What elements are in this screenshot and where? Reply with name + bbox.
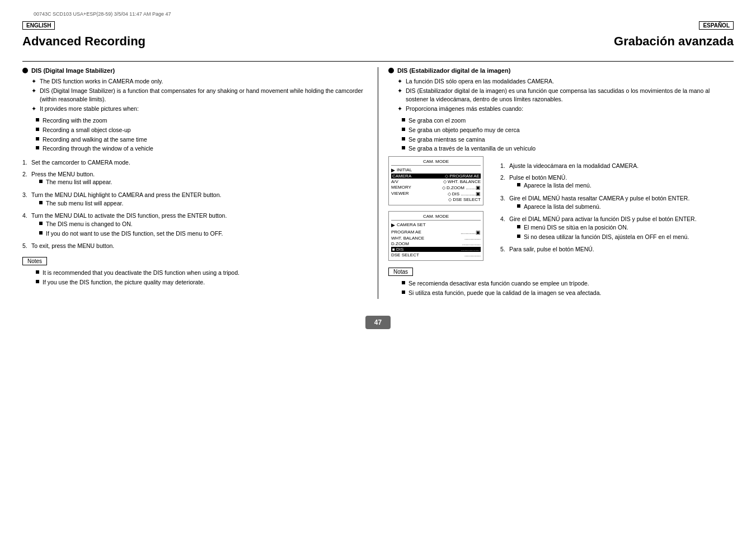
- stable-text: Se graba con el zoom: [408, 116, 466, 125]
- spanish-label: ESPAÑOL: [699, 21, 734, 30]
- cross-icon: ✦: [397, 105, 402, 113]
- diagram-row: D.ZOOM ...............: [391, 241, 481, 246]
- step-sub-item: Aparece la lista del submenú.: [517, 203, 734, 211]
- diagram-1-title: CAM. MODE: [391, 159, 481, 166]
- sub-text: If you do not want to use the DIS functi…: [46, 229, 223, 238]
- square-bullet-icon: [402, 291, 405, 294]
- step-sub-list: Aparece la lista del submenú.: [517, 203, 734, 211]
- diagram-row: VIEWER ◇ DIS ............▣: [391, 191, 481, 196]
- diagram-row: ■ DIS ...............: [391, 247, 481, 252]
- row-label: INITIAL: [397, 167, 412, 172]
- step-text: Gire el DIAL MENÚ hasta resaltar CAMERA …: [509, 194, 734, 203]
- row-label: MEMORY: [391, 185, 411, 190]
- step-1: 1. Set the camcorder to CAMERA mode.: [22, 158, 368, 167]
- square-bullet-icon: [39, 222, 43, 225]
- stable-item: Se graba con el zoom: [402, 116, 734, 125]
- note-item: Si utiliza esta función, puede que la ca…: [402, 289, 734, 297]
- row-value: ◇ WHT. BALANCE: [443, 179, 481, 184]
- english-column: DIS (Digital Image Stabilizer) ✦ The DIS…: [22, 67, 378, 299]
- row-label: CAMERA: [392, 174, 411, 179]
- square-bullet-icon: [517, 235, 520, 238]
- step-2: 2. Pulse el botón MENÚ. Aparece la lista…: [500, 174, 734, 191]
- stable-text: Se graba a través de la ventanilla de un…: [408, 144, 536, 153]
- indicator-icon: ▶: [391, 222, 395, 228]
- sub-text: The DIS menu is changed to ON.: [46, 220, 133, 228]
- step-4: 4. Gire el DIAL MENÚ para activar la fun…: [500, 215, 734, 242]
- row-label: ■ DIS: [392, 247, 403, 252]
- list-item: ✦ DIS (Estabilizador digital de la image…: [397, 87, 734, 103]
- stable-item: Recording a small object close-up: [36, 126, 368, 134]
- row-value: .............: [464, 252, 481, 257]
- note-text: Se recomienda desactivar esta función cu…: [408, 279, 589, 288]
- row-label: A/V: [391, 179, 398, 184]
- row-value: ◇ DSE SELECT: [448, 197, 481, 202]
- stable-text: Recording and walking at the same time: [43, 135, 147, 144]
- cross-icon: ✦: [31, 77, 36, 86]
- page-container: 00743C SCD103 USA+ESP(28-59) 3/5/04 11:4…: [0, 0, 756, 534]
- step-num: 3.: [22, 191, 31, 208]
- stable-item: Se graba mientras se camina: [402, 135, 734, 144]
- spanish-steps-column: 1. Ajuste la videocámara en la modalidad…: [500, 156, 734, 261]
- step-content: Press the MENU button. The menu list wil…: [31, 170, 368, 188]
- square-bullet-icon: [517, 183, 520, 186]
- page-number-container: 47: [22, 316, 734, 329]
- spanish-steps: 1. Ajuste la videocámara en la modalidad…: [500, 162, 734, 254]
- english-label: ENGLISH: [22, 21, 55, 30]
- row-label: VIEWER: [391, 191, 409, 196]
- square-bullet-icon: [517, 204, 520, 208]
- english-dis-list: ✦ The DIS function works in CAMERA mode …: [31, 77, 368, 113]
- step-sub-list: The DIS menu is changed to ON. If you do…: [39, 220, 368, 237]
- dis-item-text: La función DIS sólo opera en las modalid…: [406, 77, 554, 86]
- step-content: Gire el DIAL MENÚ para activar la funció…: [509, 215, 734, 242]
- step-sub-list: Aparece la lista del menú.: [517, 181, 734, 190]
- note-item: If you use the DIS function, the picture…: [36, 278, 368, 287]
- diagram-2-title: CAM. MODE: [391, 214, 481, 221]
- diagram-row: A/V ◇ WHT. BALANCE: [391, 179, 481, 184]
- step-text: To exit, press the MENU button.: [31, 242, 368, 250]
- step-sub-item: Si no desea utilizar la función DIS, ajú…: [517, 233, 734, 241]
- spanish-stable-list: Se graba con el zoom Se graba un objeto …: [402, 116, 734, 153]
- cross-icon: ✦: [31, 87, 36, 95]
- title-row: Advanced Recording Grabación avanzada: [22, 34, 734, 55]
- cross-icon: ✦: [397, 87, 402, 95]
- square-bullet-icon: [402, 128, 405, 131]
- list-item: ✦ It provides more stable pictures when:: [31, 105, 368, 113]
- row-label: PROGRAM AE: [391, 229, 421, 235]
- english-dis-heading: DIS (Digital Image Stabilizer): [22, 67, 368, 74]
- sub-text: The menu list will appear.: [46, 178, 112, 186]
- step-num: 5.: [500, 245, 509, 254]
- diagram-row: DSE SELECT .............: [391, 252, 481, 257]
- step-num: 4.: [500, 215, 509, 242]
- bullet-icon: [388, 68, 394, 73]
- step-sub-list: The sub menu list will appear.: [39, 199, 368, 208]
- dis-item-text: DIS (Estabilizador digital de la imagen)…: [406, 87, 734, 103]
- cross-icon: ✦: [31, 105, 36, 113]
- row-value: ...............: [462, 241, 481, 246]
- step-content: Turn the MENU DIAL to activate the DIS f…: [31, 212, 368, 238]
- row-label: D.ZOOM: [391, 241, 409, 246]
- block-icon: ▣: [476, 229, 481, 235]
- stable-item: Recording through the window of a vehicl…: [36, 144, 368, 153]
- row-value: ◇ DIS ............▣: [448, 191, 481, 196]
- steps-diagram-area: CAM. MODE ▶ INITIAL CAMERA ◇ PROGRAM AE …: [388, 156, 734, 261]
- spanish-notes-label: Notas: [388, 268, 413, 276]
- step-3: 3. Gire el DIAL MENÚ hasta resaltar CAME…: [500, 194, 734, 212]
- english-dis-title: DIS (Digital Image Stabilizer): [31, 67, 115, 74]
- dis-item-text: DIS (Digital Image Stabilizer) is a func…: [40, 87, 368, 103]
- spanish-dis-title: DIS (Estabilizador digital de la imagen): [397, 67, 510, 74]
- row-value: ◇ D.ZOOM ........▣: [442, 185, 481, 190]
- spanish-title: Grabación avanzada: [614, 34, 734, 49]
- english-notes-section: Notes It is recommended that you deactiv…: [22, 257, 368, 286]
- step-sub-item: The sub menu list will appear.: [39, 199, 368, 208]
- file-info: 00743C SCD103 USA+ESP(28-59) 3/5/04 11:4…: [22, 11, 734, 17]
- square-bullet-icon: [36, 270, 39, 274]
- diagram-row: WHT. BALANCE .............: [391, 236, 481, 241]
- list-item: ✦ The DIS function works in CAMERA mode …: [31, 77, 368, 86]
- stable-text: Recording with the zoom: [43, 116, 107, 125]
- note-text: Si utiliza esta función, puede que la ca…: [408, 289, 601, 297]
- spanish-notes-list: Se recomienda desactivar esta función cu…: [402, 279, 734, 297]
- step-text: Turn the MENU DIAL to activate the DIS f…: [31, 212, 368, 220]
- english-notes-label: Notes: [22, 257, 47, 265]
- step-num: 4.: [22, 212, 31, 238]
- step-text: Para salir, pulse el botón MENÚ.: [509, 245, 734, 254]
